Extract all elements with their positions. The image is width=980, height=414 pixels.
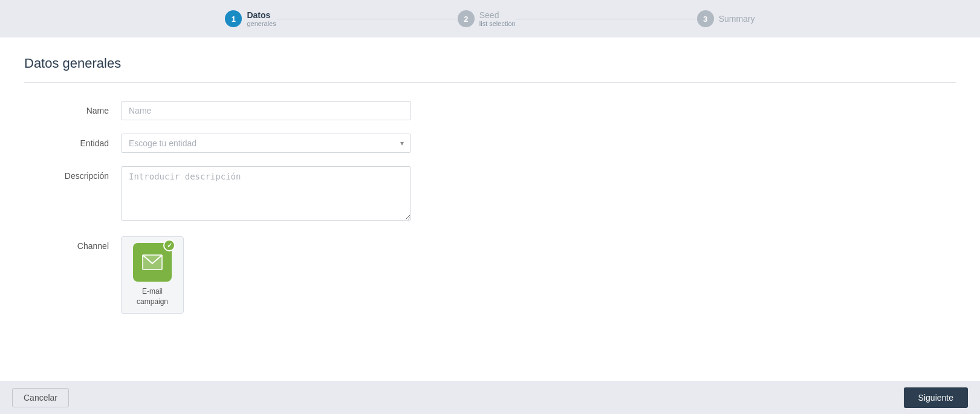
channel-label: Channel [24,236,121,251]
channel-row: Channel ✓ [24,236,568,314]
footer: Cancelar Siguiente [0,381,980,414]
entidad-label: Entidad [24,134,121,148]
channel-selected-check: ✓ [163,239,175,251]
checkmark-icon: ✓ [167,242,172,250]
page-title: Datos generales [24,56,956,71]
stepper-connector-2 [516,19,697,19]
name-row: Name [24,101,568,120]
stepper-circle-2: 2 [458,10,475,27]
name-input[interactable] [121,101,411,120]
name-label: Name [24,101,121,115]
entidad-select[interactable]: Escoge tu entidad [121,134,411,153]
email-icon-background: ✓ [133,243,172,282]
stepper-label-2: Seed list selection [479,10,516,27]
next-button[interactable]: Siguiente [904,387,968,408]
entidad-row: Entidad Escoge tu entidad ▾ [24,134,568,153]
descripcion-row: Descripción [24,166,568,223]
descripcion-field-wrapper [121,166,411,223]
form-container: Name Entidad Escoge tu entidad ▾ Descrip… [24,101,568,314]
descripcion-textarea[interactable] [121,166,411,221]
stepper-bar: 1 Datos generales 2 Seed list selection … [0,0,980,37]
stepper-label-3: Summary [719,14,755,24]
descripcion-label: Descripción [24,166,121,181]
main-content: Datos generales Name Entidad Escoge tu e… [0,37,980,381]
entidad-field-wrapper: Escoge tu entidad ▾ [121,134,411,153]
envelope-icon [142,254,163,270]
email-campaign-card[interactable]: ✓ E-mail campaign [121,236,184,314]
stepper-step-2: 2 Seed list selection [458,10,516,27]
stepper-circle-1: 1 [225,10,242,27]
cancel-button[interactable]: Cancelar [12,388,69,407]
stepper-step-3: 3 Summary [697,10,755,27]
stepper-connector-1 [276,19,458,19]
email-campaign-label: E-mail campaign [137,286,168,307]
stepper-step-1: 1 Datos generales [225,10,276,27]
entidad-select-wrapper: Escoge tu entidad ▾ [121,134,411,153]
channel-field-wrapper: ✓ E-mail campaign [121,236,411,314]
name-field-wrapper [121,101,411,120]
stepper-circle-3: 3 [697,10,714,27]
stepper-label-1: Datos generales [247,10,276,27]
section-divider [24,82,956,83]
